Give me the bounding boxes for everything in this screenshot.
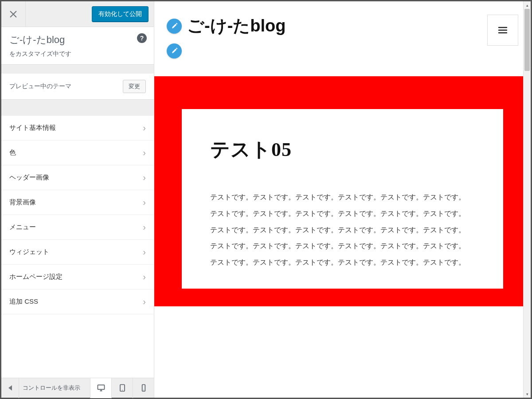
scroll-down-icon: ▾ [524, 390, 531, 398]
app-root: 有効化して公開 ご-け-たblog をカスタマイズ中です ? プレビュー中のテー… [0, 0, 532, 399]
chevron-right-icon: › [143, 197, 146, 207]
scrollbar-thumb[interactable] [524, 9, 530, 71]
post-title: テスト05 [210, 137, 475, 163]
content-background: テスト05 テストです。テストです。テストです。テストです。テストです。テストで… [154, 76, 531, 306]
post-paragraph-line: テストです。テストです。テストです。テストです。テストです。テストです。 [210, 189, 475, 206]
theme-preview-label: プレビュー中のテーマ [9, 82, 71, 90]
post-paragraph-line: テストです。テストです。テストです。テストです。テストです。テストです。 [210, 254, 475, 271]
panel-label: ホームページ設定 [9, 273, 63, 281]
panel-header-image[interactable]: ヘッダー画像 › [1, 165, 154, 190]
panel-label: ヘッダー画像 [9, 173, 49, 182]
panel-additional-css[interactable]: 追加 CSS › [1, 289, 154, 314]
change-theme-button[interactable]: 変更 [123, 80, 146, 93]
hide-controls-label: コントロールを非表示 [19, 384, 90, 392]
device-desktop-button[interactable] [90, 378, 111, 398]
panel-list: サイト基本情報 › 色 › ヘッダー画像 › 背景画像 › メニュー › ウィジ… [1, 115, 154, 378]
post-paragraph-line: テストです。テストです。テストです。テストです。テストです。テストです。 [210, 222, 475, 239]
customizer-sidebar: 有効化して公開 ご-け-たblog をカスタマイズ中です ? プレビュー中のテー… [1, 1, 154, 398]
mobile-icon [139, 383, 148, 392]
preview-content: ご-け-たblog テスト05 テストです。テストです。テストです。テストです。… [154, 1, 531, 398]
site-title: ご-け-たblog [9, 33, 146, 47]
chevron-right-icon: › [143, 148, 146, 158]
pencil-icon [171, 23, 178, 30]
chevron-right-icon: › [143, 123, 146, 133]
pencil-icon [171, 47, 178, 55]
close-button[interactable] [1, 1, 26, 27]
site-header: ご-け-たblog [154, 1, 531, 76]
panel-colors[interactable]: 色 › [1, 141, 154, 165]
panel-site-identity[interactable]: サイト基本情報 › [1, 115, 154, 141]
panel-label: 背景画像 [9, 198, 36, 207]
chevron-right-icon: › [143, 172, 146, 183]
site-title-row: ご-け-たblog [167, 15, 286, 37]
collapse-sidebar-button[interactable] [1, 378, 19, 398]
panel-label: メニュー [9, 223, 36, 231]
panel-label: ウィジェット [9, 248, 49, 256]
close-icon [9, 10, 17, 18]
device-tablet-button[interactable] [111, 378, 133, 398]
sidebar-top-bar: 有効化して公開 [1, 1, 154, 27]
preview-pane[interactable]: ご-け-たblog テスト05 テストです。テストです。テストです。テストです。… [154, 1, 531, 398]
edit-shortcut-title[interactable] [167, 19, 182, 34]
chevron-right-icon: › [143, 272, 146, 282]
svg-point-2 [122, 390, 123, 391]
post-paragraph-line: テストです。テストです。テストです。テストです。テストです。テストです。 [210, 238, 475, 254]
device-mobile-button[interactable] [133, 378, 154, 398]
hamburger-icon [497, 25, 508, 35]
svg-point-4 [143, 390, 144, 390]
chevron-left-icon [8, 385, 12, 391]
chevron-right-icon: › [143, 297, 146, 307]
preview-scrollbar[interactable]: ▴ ▾ [523, 1, 531, 398]
header-left: ご-け-たblog [167, 15, 286, 59]
device-preview-buttons [90, 378, 154, 398]
chevron-right-icon: › [143, 247, 146, 257]
publish-button[interactable]: 有効化して公開 [92, 6, 149, 22]
tablet-icon [118, 383, 127, 392]
edit-shortcut-tagline[interactable] [167, 43, 182, 59]
post-body: テストです。テストです。テストです。テストです。テストです。テストです。 テスト… [210, 189, 475, 271]
chevron-right-icon: › [143, 222, 146, 232]
help-button[interactable]: ? [137, 33, 147, 43]
svg-rect-0 [98, 385, 104, 389]
hamburger-menu-button[interactable] [487, 15, 518, 46]
site-info-section: ご-け-たblog をカスタマイズ中です ? [1, 27, 154, 65]
panel-widgets[interactable]: ウィジェット › [1, 240, 154, 265]
panel-background-image[interactable]: 背景画像 › [1, 190, 154, 215]
sidebar-footer: コントロールを非表示 [1, 378, 154, 398]
scroll-up-icon: ▴ [524, 1, 531, 9]
panel-label: 追加 CSS [9, 297, 38, 306]
post-paragraph-line: テストです。テストです。テストです。テストです。テストです。テストです。 [210, 206, 475, 222]
panel-menus[interactable]: メニュー › [1, 215, 154, 240]
theme-row: プレビュー中のテーマ 変更 [1, 74, 154, 100]
post-card: テスト05 テストです。テストです。テストです。テストです。テストです。テストで… [182, 109, 503, 289]
panel-homepage-settings[interactable]: ホームページ設定 › [1, 265, 154, 289]
desktop-icon [97, 383, 106, 392]
customizing-label: をカスタマイズ中です [9, 50, 146, 58]
help-icon: ? [140, 35, 144, 42]
panel-label: 色 [9, 149, 16, 157]
panel-label: サイト基本情報 [9, 124, 56, 132]
blog-title[interactable]: ご-け-たblog [187, 15, 286, 37]
